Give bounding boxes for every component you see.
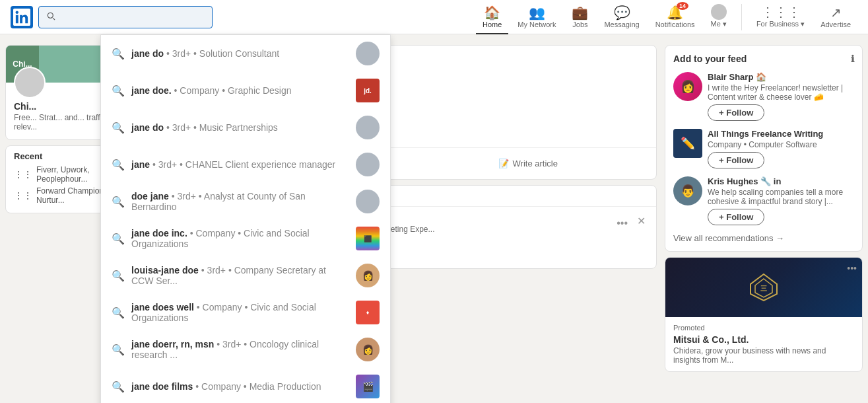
dropdown-avatar-1: jd. bbox=[356, 79, 380, 102]
nav-home-label: Home bbox=[483, 20, 502, 28]
write-label: Write article bbox=[513, 159, 558, 168]
follow-item-blair: 👩 Blair Sharp 🏠 I write the Hey Freelanc… bbox=[673, 72, 854, 121]
linkedin-logo[interactable] bbox=[11, 6, 33, 28]
notifications-icon: 🔔 14 bbox=[667, 5, 683, 20]
search-icon-0: 🔍 bbox=[112, 48, 125, 60]
follow-item-allthings: ✏️ All Things Freelance Writing Company … bbox=[673, 129, 854, 168]
nav-forbusiness[interactable]: ⋮⋮⋮ For Business ▾ bbox=[750, 0, 811, 34]
dropdown-item-jane-do-1[interactable]: 🔍 jane do • 3rd+ • Solution Consultant bbox=[101, 35, 390, 72]
post-more-button[interactable]: ••• bbox=[614, 215, 630, 232]
follow-avatar-kris: 👨 bbox=[673, 176, 702, 205]
dropdown-avatar-4 bbox=[356, 190, 380, 213]
search-icon-4: 🔍 bbox=[112, 196, 125, 208]
dropdown-avatar-8: 👩 bbox=[356, 338, 380, 361]
dropdown-main-8: jane doerr, rn, msn • 3rd+ • Oncology cl… bbox=[131, 339, 319, 360]
dropdown-main-3: jane • 3rd+ • CHANEL Client experience m… bbox=[131, 159, 335, 170]
nav-forbusiness-label: For Business ▾ bbox=[756, 20, 805, 28]
follow-button-blair[interactable]: + Follow bbox=[708, 104, 764, 121]
promo-logo-icon: 三 bbox=[747, 271, 780, 304]
advertise-icon: ↗ bbox=[830, 5, 842, 20]
right-sidebar: Add to your feed ℹ 👩 Blair Sharp 🏠 I wri… bbox=[665, 45, 863, 372]
search-icon-6: 🔍 bbox=[112, 270, 125, 282]
follow-avatar-blair: 👩 bbox=[673, 72, 702, 101]
nav-messaging[interactable]: 💬 Messaging bbox=[597, 0, 646, 34]
network-icon: 👥 bbox=[529, 5, 545, 20]
dropdown-item-doe-jane[interactable]: 🔍 doe jane • 3rd+ • Analyst at County of… bbox=[101, 183, 390, 220]
promo-more-button[interactable]: ••• bbox=[847, 263, 857, 274]
nav-items: 🏠 Home 👥 My Network 💼 Jobs 💬 Messaging 🔔… bbox=[476, 0, 857, 34]
profile-avatar bbox=[14, 67, 46, 98]
follow-button-allthings[interactable]: + Follow bbox=[708, 152, 764, 168]
view-all-recommendations[interactable]: View all recommendations → bbox=[673, 233, 854, 243]
nav-network[interactable]: 👥 My Network bbox=[511, 0, 562, 34]
dropdown-item-jane-do-2[interactable]: 🔍 jane do • 3rd+ • Music Partnerships bbox=[101, 109, 390, 146]
promo-card: 三 Promoted Mitsui & Co., Ltd. Chidera, g… bbox=[665, 257, 863, 372]
search-icon bbox=[46, 11, 56, 23]
write-icon: 📝 bbox=[498, 159, 509, 168]
dropdown-item-jane-doe-films[interactable]: 🔍 jane doe films • Company • Media Produ… bbox=[101, 368, 390, 383]
nav-notifications[interactable]: 🔔 14 Notifications bbox=[649, 0, 702, 34]
dropdown-text-9: jane doe films • Company • Media Product… bbox=[131, 381, 349, 383]
dropdown-main-7: jane does well • Company • Civic and Soc… bbox=[131, 302, 316, 323]
nav-advertise[interactable]: ↗ Advertise bbox=[814, 0, 857, 34]
dropdown-text-8: jane doerr, rn, msn • 3rd+ • Oncology cl… bbox=[131, 339, 349, 360]
dropdown-text-6: louisa-jane doe • 3rd+ • Company Secreta… bbox=[131, 265, 349, 286]
dropdown-main-9: jane doe films • Company • Media Product… bbox=[131, 381, 321, 383]
recent-icon-1: ⋮⋮ bbox=[14, 190, 32, 201]
dropdown-item-jane-doerr[interactable]: 🔍 jane doerr, rn, msn • 3rd+ • Oncology … bbox=[101, 331, 390, 368]
dropdown-text-4: doe jane • 3rd+ • Analyst at County of S… bbox=[131, 191, 349, 212]
dropdown-item-jane-doe-inc[interactable]: 🔍 jane doe inc. • Company • Civic and So… bbox=[101, 220, 390, 257]
dropdown-text-2: jane do • 3rd+ • Music Partnerships bbox=[131, 122, 349, 133]
promo-name: Mitsui & Co., Ltd. bbox=[673, 334, 854, 345]
dropdown-item-louisa-jane[interactable]: 🔍 louisa-jane doe • 3rd+ • Company Secre… bbox=[101, 257, 390, 294]
follow-button-kris[interactable]: + Follow bbox=[708, 209, 764, 225]
nav-notifications-label: Notifications bbox=[655, 20, 695, 28]
follow-name-blair: Blair Sharp 🏠 bbox=[708, 72, 854, 83]
dropdown-item-jane-does-well[interactable]: 🔍 jane does well • Company • Civic and S… bbox=[101, 294, 390, 331]
dropdown-main-6: louisa-jane doe • 3rd+ • Company Secreta… bbox=[131, 265, 326, 286]
search-icon-9: 🔍 bbox=[112, 381, 125, 383]
dropdown-main-4: doe jane • 3rd+ • Analyst at County of S… bbox=[131, 191, 306, 212]
post-close-button[interactable]: ✕ bbox=[637, 215, 646, 227]
promo-body: Promoted Mitsui & Co., Ltd. Chidera, gro… bbox=[665, 317, 862, 371]
nav-jobs-label: Jobs bbox=[572, 20, 587, 28]
nav-messaging-label: Messaging bbox=[604, 20, 639, 28]
dropdown-avatar-5: ⬛ bbox=[356, 227, 380, 250]
grid-icon: ⋮⋮⋮ bbox=[761, 4, 801, 20]
add-to-feed-widget: Add to your feed ℹ 👩 Blair Sharp 🏠 I wri… bbox=[665, 45, 863, 252]
search-icon-8: 🔍 bbox=[112, 344, 125, 356]
dropdown-text-1: jane doe. • Company • Graphic Design bbox=[131, 85, 349, 96]
search-bar[interactable]: Jane Doe bbox=[38, 6, 213, 28]
promo-image: 三 bbox=[665, 258, 862, 317]
search-input[interactable]: Jane Doe bbox=[60, 12, 205, 22]
dropdown-text-7: jane does well • Company • Civic and Soc… bbox=[131, 302, 349, 323]
dropdown-main-0: jane do • 3rd+ • Solution Consultant bbox=[131, 48, 279, 59]
search-icon-3: 🔍 bbox=[112, 159, 125, 171]
search-icon-5: 🔍 bbox=[112, 233, 125, 245]
follow-item-kris: 👨 Kris Hughes 🔧 in We help scaling compa… bbox=[673, 176, 854, 225]
dropdown-avatar-9: 🎬 bbox=[356, 375, 380, 383]
dropdown-main-2: jane do • 3rd+ • Music Partnerships bbox=[131, 122, 278, 133]
info-icon[interactable]: ℹ bbox=[851, 54, 854, 64]
nav-home[interactable]: 🏠 Home bbox=[476, 0, 508, 34]
dropdown-item-jane-doe-company[interactable]: 🔍 jane doe. • Company • Graphic Design j… bbox=[101, 72, 390, 109]
dropdown-text-3: jane • 3rd+ • CHANEL Client experience m… bbox=[131, 159, 349, 170]
follow-name-allthings: All Things Freelance Writing bbox=[708, 129, 854, 140]
home-icon: 🏠 bbox=[484, 5, 500, 20]
dropdown-text-0: jane do • 3rd+ • Solution Consultant bbox=[131, 48, 349, 59]
dropdown-item-jane-chanel[interactable]: 🔍 jane • 3rd+ • CHANEL Client experience… bbox=[101, 146, 390, 183]
write-article-action[interactable]: 📝 Write article bbox=[411, 153, 646, 174]
dropdown-main-5: jane doe inc. • Company • Civic and Soci… bbox=[131, 228, 310, 249]
nav-me-label: Me ▾ bbox=[711, 20, 727, 28]
nav-divider bbox=[741, 4, 742, 30]
dropdown-avatar-6: 👩 bbox=[356, 264, 380, 287]
widget-title: Add to your feed ℹ bbox=[673, 54, 854, 64]
me-icon bbox=[711, 4, 727, 20]
dropdown-avatar-2 bbox=[356, 116, 380, 139]
nav-jobs[interactable]: 💼 Jobs bbox=[565, 0, 595, 34]
dropdown-avatar-7: ♦ bbox=[356, 301, 380, 324]
jobs-icon: 💼 bbox=[572, 5, 588, 20]
nav-me[interactable]: Me ▾ bbox=[704, 0, 733, 34]
follow-sub-blair: I write the Hey Freelancer! newsletter |… bbox=[708, 83, 854, 102]
follow-avatar-allthings: ✏️ bbox=[673, 129, 702, 158]
